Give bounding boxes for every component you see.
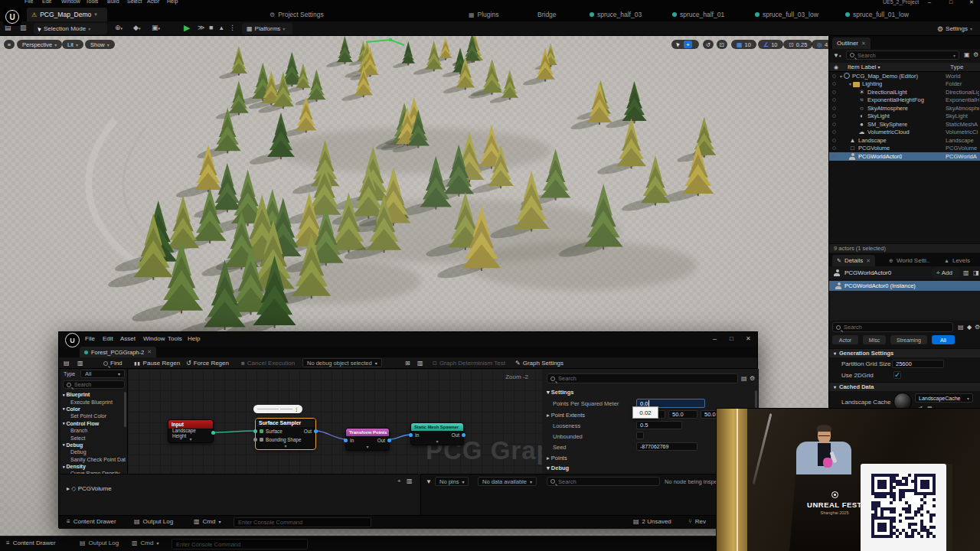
console-input[interactable]: Enter Console Command <box>172 539 308 549</box>
visibility-eye-icon[interactable] <box>832 146 836 150</box>
tab-pcg-map-demo[interactable]: ⚠PCG_Map_Demo▾ <box>27 8 107 21</box>
show-dropdown[interactable]: Show▾ <box>85 40 115 49</box>
pcg-menu-asset[interactable]: Asset <box>120 335 136 342</box>
selection-mode-dropdown[interactable]: Selection Mode ▾ <box>34 23 107 34</box>
add-icon[interactable]: + <box>397 478 401 484</box>
collapse-chevron-icon[interactable]: ▾ <box>411 439 463 445</box>
input-pin-icon[interactable] <box>253 429 257 433</box>
category-chevron-icon[interactable]: ▾ <box>63 421 65 425</box>
palette-row-select[interactable]: Select <box>60 434 126 441</box>
filter-chip-streaming[interactable]: Streaming <box>890 335 927 344</box>
use-2dgrid-checkbox[interactable]: ✓ <box>893 371 901 379</box>
page-icon[interactable]: ▤ <box>958 324 964 331</box>
section-cached-data[interactable]: ▾ Cached Data <box>829 382 980 391</box>
output-pin-icon[interactable] <box>314 429 318 433</box>
settings-dropdown[interactable]: ⚙ Settings ▾ <box>933 23 977 34</box>
visibility-eye-icon[interactable] <box>832 82 836 86</box>
tab-world-settings[interactable]: ⊕ World Setti.. <box>884 255 934 266</box>
camera-speed-control[interactable]: ◎4 <box>812 40 828 49</box>
settings-section[interactable]: ▾ Settings <box>547 389 573 396</box>
close-icon[interactable]: ✕ <box>866 258 871 264</box>
outliner-row-skylight[interactable]: ◐SkyLightSkyLight <box>829 112 980 121</box>
palette-row-blueprint[interactable]: ▾Blueprint <box>60 391 126 398</box>
tab-project-settings[interactable]: ⚙Project Settings <box>265 8 355 21</box>
points-section[interactable]: ▸ Points <box>547 455 567 461</box>
close-icon[interactable]: ✕ <box>746 335 751 342</box>
cinematics-icon[interactable]: ▣▾ <box>152 24 160 31</box>
folder-icon[interactable]: ▥ <box>407 478 413 484</box>
column-item-label[interactable]: Item Label ▾ <box>848 64 880 70</box>
filter-icon[interactable]: ▼ <box>426 478 432 485</box>
point-extents-row[interactable]: ▸ Point Extents <box>547 412 585 419</box>
column-type[interactable]: Type <box>950 64 963 70</box>
outliner-row-volumetriccloud[interactable]: ☁VolumetricCloudVolumetricCl <box>829 129 980 137</box>
debug-section[interactable]: ▾ Debug <box>547 465 569 471</box>
output-pin-icon[interactable] <box>462 433 466 437</box>
close-icon[interactable]: ✕ <box>147 349 152 355</box>
outliner-row-directionallight[interactable]: ☀DirectionalLightDirectionalLig <box>829 88 980 96</box>
output-pin-icon[interactable] <box>211 431 215 435</box>
scale-tool-icon[interactable]: ⊡ <box>717 40 727 49</box>
cancel-execution-button[interactable]: ■Cancel Execution <box>241 358 295 368</box>
input-pin-icon[interactable] <box>344 439 348 442</box>
input-pin-icon[interactable] <box>253 438 257 442</box>
pcg-menu-tools[interactable]: Tools <box>168 335 182 342</box>
play-options-kebab-icon[interactable]: ⋮ <box>229 24 236 31</box>
outliner-row-skyatmosphere[interactable]: ○SkyAtmosphereSkyAtmosphe <box>829 104 980 112</box>
tab-spruce-full-03-low[interactable]: spruce_full_03_low <box>750 8 836 21</box>
pin-landscape-height[interactable]: Landscape Height <box>172 428 209 439</box>
node-comment-bubble[interactable]: ⋮ <box>253 405 302 413</box>
visibility-eye-icon[interactable] <box>832 90 836 94</box>
close-icon[interactable]: ✕ <box>969 0 974 5</box>
palette-row-set-point-color[interactable]: Set Point Color <box>60 412 126 419</box>
rotate-tool-icon[interactable]: ↺ <box>703 40 714 49</box>
filter-chip-all[interactable]: All <box>932 335 955 344</box>
outliner-settings-icon[interactable]: ⚙ <box>973 51 978 58</box>
outliner-row-pcgworldactor0[interactable]: PCGWorldActor0PCGWorldA <box>829 152 980 161</box>
perspective-dropdown[interactable]: Perspective▾ <box>17 40 62 49</box>
pins-dropdown[interactable]: No pins▾ <box>435 477 469 486</box>
unreal-logo[interactable]: U <box>3 8 21 26</box>
transform-tools-group[interactable]: + <box>671 40 699 49</box>
props-settings-icon[interactable]: ⚙ <box>750 375 755 382</box>
pcg-console-input[interactable]: Enter Console Command <box>234 517 371 527</box>
cmd-dropdown[interactable]: ▥Cmd▾ <box>132 540 158 546</box>
menu-select[interactable]: Select <box>127 0 142 4</box>
grid-snap-toggle[interactable]: ▦10 <box>731 40 756 49</box>
looseness-field[interactable]: 0.5 <box>636 421 682 429</box>
minimize-icon[interactable]: – <box>928 0 931 5</box>
browse-debug-icon[interactable]: ▥ <box>417 358 423 368</box>
find-button[interactable]: Find <box>103 358 122 368</box>
pcg-graph-canvas[interactable]: Zoom -2 PCG Graph Input Landscape Height… <box>128 369 542 474</box>
tab-spruce-half-03[interactable]: spruce_half_03 <box>585 8 662 21</box>
collapse-chevron-icon[interactable]: ▾ <box>346 445 389 450</box>
data-dropdown[interactable]: No data available▾ <box>478 477 537 486</box>
visibility-eye-icon[interactable] <box>832 114 836 118</box>
palette-row-debug[interactable]: ▾Debug <box>60 442 126 448</box>
outliner-search-input[interactable]: Search ▾ <box>846 51 959 60</box>
select-tool-icon[interactable] <box>676 42 681 47</box>
filter-chip-actor[interactable]: Actor <box>832 335 858 344</box>
content-drawer-button[interactable]: ≡Content Drawer <box>67 518 116 525</box>
menu-file[interactable]: File <box>24 0 33 4</box>
category-chevron-icon[interactable]: ▾ <box>63 406 65 411</box>
tab-spruce-full-01-low[interactable]: spruce_full_01_low <box>841 8 926 21</box>
menu-actor[interactable]: Actor <box>147 0 159 4</box>
minimize-icon[interactable]: – <box>713 335 717 343</box>
menu-edit[interactable]: Edit <box>42 0 51 4</box>
output-log-button[interactable]: ▤Output Log <box>134 518 173 525</box>
output-log-button[interactable]: ▤Output Log <box>80 540 119 546</box>
inspector-search-input[interactable]: Search <box>547 477 660 486</box>
details-options-icon[interactable]: ▥ <box>963 269 969 276</box>
palette-row-color[interactable]: ▾Color <box>60 406 126 412</box>
palette-row-density[interactable]: ▾Density <box>60 463 126 470</box>
content-browser-icon[interactable]: ▥ <box>20 24 27 31</box>
lit-dropdown[interactable]: Lit▾ <box>62 40 83 49</box>
tab-levels[interactable]: ▲ Levels <box>939 255 975 266</box>
expand-chevron-icon[interactable]: ▾ <box>840 73 842 79</box>
lock-icon[interactable]: ◨ <box>973 269 979 276</box>
palette-row-control-flow[interactable]: ▾Control Flow <box>60 420 126 427</box>
extents-y-field[interactable]: 50.0 <box>668 410 697 419</box>
add-component-button[interactable]: + Add <box>932 268 959 278</box>
pause-regen-button[interactable]: ▮▮Pause Regen <box>134 358 180 368</box>
